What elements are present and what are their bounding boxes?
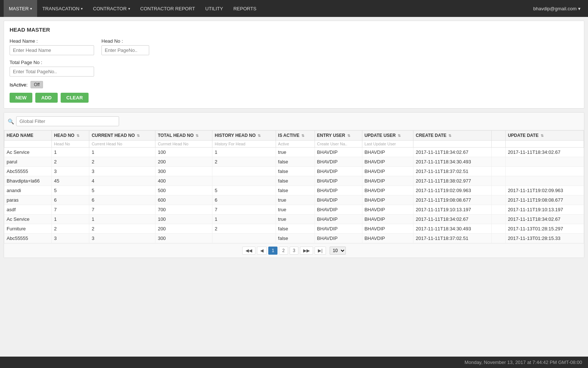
nav-transaction-label: TRANSACATION: [42, 6, 79, 11]
table-row[interactable]: Ac Service111001trueBHAVDIPBHAVDIP2017-1…: [4, 215, 584, 224]
search-icon: 🔍: [8, 118, 14, 124]
page-size-select[interactable]: 10 25 50: [330, 247, 346, 255]
sub-head-no: Head No: [52, 141, 89, 148]
nav-master-caret: ▾: [30, 7, 32, 11]
page-last-button[interactable]: ▶|: [315, 247, 326, 255]
page-next-button[interactable]: ▶▶: [300, 247, 313, 255]
is-active-row: IsActive: Off: [10, 81, 578, 88]
main-content: HEAD MASTER Head Name : Head No : Total …: [0, 17, 588, 357]
sub-head-name: [4, 141, 52, 148]
table-wrapper: HEAD NAME HEAD NO ⇅ CURRENT HEAD NO ⇅ TO…: [4, 130, 584, 243]
col-history-head-no[interactable]: HISTORY HEAD NO ⇅: [212, 131, 276, 141]
filter-row: 🔍: [4, 113, 584, 130]
footer: Monday, November 13, 2017 at 7:44:42 PM …: [0, 357, 588, 368]
sub-total-head-no: Currnet Head No: [155, 141, 212, 148]
is-active-toggle[interactable]: Off: [31, 81, 43, 88]
navbar-user-label: bhavdip@gmail.com: [533, 6, 577, 11]
head-no-label: Head No :: [101, 38, 149, 44]
nav-transaction[interactable]: TRANSACATION ▾: [37, 0, 88, 17]
table-subheader-row: Head No Current Head No Currnet Head No …: [4, 141, 584, 148]
nav-contractor[interactable]: CONTRACTOR ▾: [88, 0, 135, 17]
form-panel: HEAD MASTER Head Name : Head No : Total …: [4, 21, 584, 109]
col-total-head-no[interactable]: TOTAL HEAD NO ⇅: [155, 131, 212, 141]
head-no-group: Head No :: [101, 38, 149, 55]
nav-master-label: MASTER: [9, 6, 29, 11]
sub-create-date: [413, 141, 492, 148]
page-1-button[interactable]: 1: [268, 247, 277, 255]
col-head-name[interactable]: HEAD NAME: [4, 131, 52, 141]
nav-contractor-label: CONTRACTOR: [93, 6, 126, 11]
table-body: Ac Service111001trueBHAVDIPBHAVDIP2017-1…: [4, 148, 584, 243]
global-filter-input[interactable]: [16, 116, 119, 126]
col-head-no[interactable]: HEAD NO ⇅: [52, 131, 89, 141]
add-button[interactable]: ADD: [35, 93, 57, 103]
col-entry-user[interactable]: ENTRY USER ⇅: [315, 131, 362, 141]
table-row[interactable]: anandi555005falseBHAVDIPBHAVDIP2017-11-1…: [4, 186, 584, 195]
nav-contractor-caret: ▾: [128, 7, 130, 11]
total-page-label: Total Page No :: [10, 60, 94, 65]
form-row-1: Head Name : Head No :: [10, 38, 578, 55]
total-page-input[interactable]: [10, 67, 94, 77]
data-table: HEAD NAME HEAD NO ⇅ CURRENT HEAD NO ⇅ TO…: [4, 130, 584, 243]
sub-history-head-no: History For Head: [212, 141, 276, 148]
nav-utility-label: UTILITY: [205, 6, 223, 11]
navbar-left: MASTER ▾ TRANSACATION ▾ CONTRACTOR ▾ CON…: [4, 0, 262, 17]
col-create-date[interactable]: CREATE DATE ⇅: [413, 131, 492, 141]
table-row[interactable]: Abc5555533300falseBHAVDIPBHAVDIP2017-11-…: [4, 234, 584, 243]
panel-title: HEAD MASTER: [10, 26, 578, 33]
navbar-user-caret: ▾: [578, 6, 581, 11]
form-row-2: Total Page No :: [10, 60, 578, 77]
is-active-label: IsActive:: [10, 82, 28, 88]
table-row[interactable]: asdf777007trueBHAVDIPBHAVDIP2017-11-11T1…: [4, 205, 584, 215]
table-row[interactable]: parul222002falseBHAVDIPBHAVDIP2017-11-11…: [4, 157, 584, 167]
col-empty: [492, 131, 506, 141]
nav-contractor-report[interactable]: CONTRACTOR REPORT: [135, 0, 200, 17]
table-row[interactable]: paras666006trueBHAVDIPBHAVDIP2017-11-11T…: [4, 195, 584, 205]
footer-datetime: Monday, November 13, 2017 at 7:44:42 PM …: [465, 360, 582, 365]
btn-row: NEW ADD CLEAR: [10, 93, 578, 103]
table-panel: 🔍 HEAD NAME HEAD NO ⇅ CURRENT HEAD NO ⇅ …: [4, 112, 584, 258]
navbar: MASTER ▾ TRANSACATION ▾ CONTRACTOR ▾ CON…: [0, 0, 588, 17]
col-is-active[interactable]: IS ACTIVE ⇅: [276, 131, 315, 141]
col-update-user[interactable]: UPDATE USER ⇅: [362, 131, 413, 141]
head-no-input[interactable]: [101, 45, 149, 55]
table-row[interactable]: Furniture222002falseBHAVDIPBHAVDIP2017-1…: [4, 224, 584, 234]
clear-button[interactable]: CLEAR: [61, 93, 89, 103]
sub-update-date: [505, 141, 584, 148]
head-name-input[interactable]: [10, 45, 94, 55]
head-name-group: Head Name :: [10, 38, 94, 55]
nav-reports[interactable]: REPORTS: [228, 0, 262, 17]
page-prev-button[interactable]: ◀: [257, 247, 267, 255]
nav-contractor-report-label: CONTRACTOR REPORT: [140, 6, 195, 11]
sub-is-active: Active: [276, 141, 315, 148]
total-page-group: Total Page No :: [10, 60, 94, 77]
new-button[interactable]: NEW: [10, 93, 32, 103]
sub-empty: [492, 141, 506, 148]
pagination-row: ◀◀ ◀ 1 2 3 ▶▶ ▶| 10 25 50: [4, 243, 584, 258]
nav-master[interactable]: MASTER ▾: [4, 0, 37, 17]
nav-utility[interactable]: UTILITY: [200, 0, 228, 17]
page-2-button[interactable]: 2: [279, 247, 288, 255]
table-header-row: HEAD NAME HEAD NO ⇅ CURRENT HEAD NO ⇅ TO…: [4, 131, 584, 141]
table-row[interactable]: Abc5555533300falseBHAVDIPBHAVDIP2017-11-…: [4, 167, 584, 176]
page-3-button[interactable]: 3: [290, 247, 299, 255]
sub-current-head-no: Current Head No: [89, 141, 155, 148]
col-update-date[interactable]: UPDATE DATE ⇅: [505, 131, 584, 141]
navbar-user[interactable]: bhavdip@gmail.com ▾: [533, 6, 584, 11]
sub-update-user: Last Update User: [362, 141, 413, 148]
head-name-label: Head Name :: [10, 38, 94, 44]
nav-reports-label: REPORTS: [233, 6, 257, 11]
table-row[interactable]: Bhavdipta+la66454400falseBHAVDIPBHAVDIP2…: [4, 176, 584, 186]
nav-transaction-caret: ▾: [81, 7, 83, 11]
sub-entry-user: Create User Na..: [315, 141, 362, 148]
table-row[interactable]: Ac Service111001trueBHAVDIPBHAVDIP2017-1…: [4, 148, 584, 157]
page-first-button[interactable]: ◀◀: [242, 247, 255, 255]
col-current-head-no[interactable]: CURRENT HEAD NO ⇅: [89, 131, 155, 141]
